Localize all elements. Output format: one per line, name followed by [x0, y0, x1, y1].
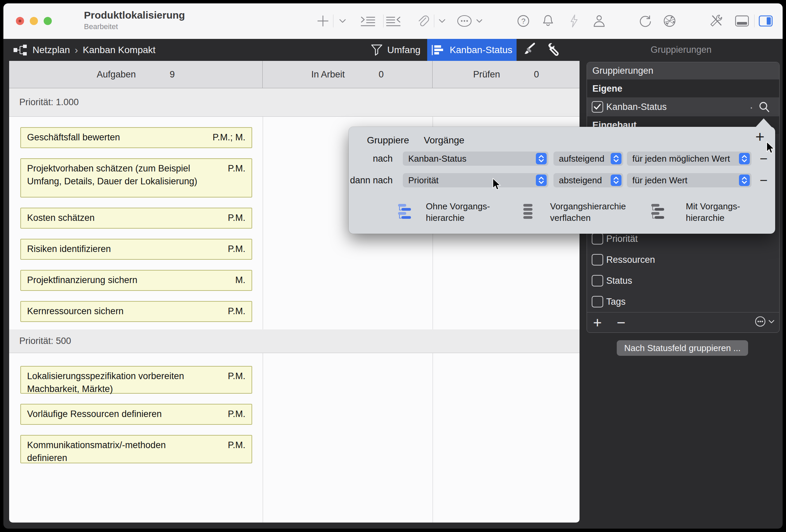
grouping-item-ressourcen[interactable]: Ressourcen: [587, 249, 779, 270]
panel-footer: + −: [587, 312, 779, 333]
column-count: 0: [534, 69, 539, 80]
column-label: Prüfen: [473, 69, 500, 80]
attach-options-button[interactable]: [438, 19, 446, 23]
column-header-aufgaben[interactable]: Aufgaben 9: [9, 61, 263, 88]
task-card[interactable]: Kernressourcen sichernP.M.: [20, 301, 252, 322]
task-resources: P.M.: [228, 242, 245, 256]
popover-title-value[interactable]: Vorgänge: [424, 135, 464, 146]
task-resources: P.M.: [228, 305, 245, 318]
window-status: Bearbeitet: [84, 22, 185, 31]
grouping-item-label: Priorität: [606, 234, 638, 244]
breadcrumb-current[interactable]: Kanban Kompakt: [83, 45, 156, 55]
mode-dropdown-value: für jeden Wert: [632, 175, 687, 185]
remove-grouping-button[interactable]: −: [617, 314, 626, 331]
notifications-button[interactable]: [541, 14, 555, 28]
task-card[interactable]: Geschäftsfall bewertenP.M.; M.: [20, 127, 252, 148]
without-hierarchy-icon[interactable]: [397, 203, 413, 222]
sync-button[interactable]: [638, 14, 652, 28]
mouse-cursor: [492, 178, 501, 192]
more-actions-button[interactable]: [456, 15, 473, 27]
mode-dropdown[interactable]: für jeden Wert: [627, 173, 751, 187]
without-hierarchy-option[interactable]: Ohne Vorgangs- hierarchie: [426, 201, 490, 224]
column-header-in-arbeit[interactable]: In Arbeit 0: [263, 61, 433, 88]
column-header-pruefen[interactable]: Prüfen 0: [433, 61, 580, 88]
attach-button[interactable]: [416, 14, 430, 28]
add-grouping-button[interactable]: +: [593, 314, 602, 331]
activity-button[interactable]: [569, 14, 579, 28]
minimize-button[interactable]: [30, 17, 38, 25]
help-button[interactable]: ?: [517, 14, 530, 28]
kanban-status-view-button[interactable]: Kanban-Status: [427, 39, 517, 61]
task-title: Vorläufige Ressourcen definieren: [27, 408, 162, 421]
direction-dropdown[interactable]: aufsteigend: [553, 152, 623, 166]
checkbox-unchecked[interactable]: [592, 233, 603, 245]
remove-grouping-level-button[interactable]: −: [754, 173, 774, 188]
toggle-bottom-panel-button[interactable]: [735, 15, 749, 27]
group-header-prioritaet-1000[interactable]: Priorität: 1.000: [9, 88, 580, 117]
group-header-prioritaet-500[interactable]: Priorität: 500: [9, 329, 580, 353]
task-card[interactable]: Risiken identifizierenP.M.: [20, 239, 252, 260]
checkbox-unchecked[interactable]: [592, 275, 603, 286]
indent-button[interactable]: [361, 16, 375, 26]
grouping-item-label: Ressourcen: [606, 255, 655, 265]
outdent-button[interactable]: [386, 16, 401, 26]
toolbar-separator: [383, 15, 384, 27]
grouping-item-tags[interactable]: Tags: [587, 291, 779, 312]
toggle-right-panel-button[interactable]: [759, 15, 773, 27]
checkbox-unchecked[interactable]: [592, 254, 603, 265]
help-icon: ?: [517, 14, 530, 28]
indent-icon: [361, 16, 375, 26]
add-button[interactable]: [316, 15, 329, 27]
grouping-item-kanban-status[interactable]: Kanban-Status ·: [587, 97, 779, 116]
settings-button[interactable]: [708, 14, 723, 28]
resources-button[interactable]: [593, 14, 606, 28]
toolbar-separator: [333, 15, 333, 27]
paperclip-icon: [416, 14, 430, 28]
breadcrumb-root[interactable]: Netzplan: [32, 45, 70, 55]
grouping-item-status[interactable]: Status: [587, 270, 779, 291]
group-by-statusfield-button[interactable]: Nach Statusfeld gruppieren ...: [617, 340, 748, 356]
add-options-button[interactable]: [339, 19, 346, 23]
panel-header: Gruppierungen: [587, 62, 779, 80]
scope-button[interactable]: Umfang: [371, 39, 420, 61]
with-hierarchy-option[interactable]: Mit Vorgangs- hierarchie: [686, 201, 740, 224]
direction-dropdown-value: aufsteigend: [559, 154, 604, 164]
bottom-panel-icon: [735, 15, 749, 27]
stepper-icon: [739, 153, 750, 164]
toolbar-separator: [754, 15, 755, 27]
field-dropdown[interactable]: Priorität: [403, 173, 548, 187]
search-icon[interactable]: [758, 101, 770, 116]
window-title: Produktlokalisierung: [84, 9, 185, 21]
task-card[interactable]: Kosten schätzenP.M.: [20, 208, 252, 229]
task-card[interactable]: Projektfinanzierung sichernM.: [20, 270, 252, 291]
checkbox-checked[interactable]: [592, 101, 603, 113]
direction-dropdown[interactable]: absteigend: [553, 173, 623, 187]
task-card[interactable]: Projektvorhaben schätzen (zum Beispiel U…: [20, 158, 252, 198]
more-actions-chevron[interactable]: [476, 19, 483, 23]
flatten-hierarchy-option[interactable]: Vorgangshierarchie verflachen: [550, 201, 626, 224]
field-dropdown[interactable]: Kanban-Status: [403, 152, 548, 166]
grouping-rule-row: dann nach Priorität absteigend für jeden…: [349, 173, 775, 188]
zoom-button[interactable]: [44, 17, 52, 25]
mode-dropdown[interactable]: für jeden möglichen Wert: [627, 152, 751, 166]
style-button[interactable]: [522, 42, 536, 57]
share-button[interactable]: [662, 14, 677, 28]
stepper-icon: [536, 175, 547, 186]
task-resources: P.M.: [228, 162, 245, 194]
task-card[interactable]: Lokalisierungsspezifikation vorbereiten …: [20, 366, 252, 394]
panel-actions-button[interactable]: [754, 316, 775, 330]
close-button[interactable]: [16, 17, 24, 25]
checkbox-unchecked[interactable]: [592, 296, 603, 307]
titlebar: Produktlokalisierung Bearbeitet ?: [3, 3, 783, 39]
task-card[interactable]: Kommunikationsmatrix/-methoden definiere…: [20, 435, 252, 463]
configure-button[interactable]: [547, 42, 561, 57]
flatten-hierarchy-icon[interactable]: [520, 203, 536, 222]
stepper-icon: [611, 175, 621, 186]
breadcrumb[interactable]: Netzplan › Kanban Kompakt: [13, 39, 155, 61]
with-hierarchy-icon[interactable]: [650, 203, 666, 222]
section-label: Eigene: [592, 84, 623, 94]
dot-indicator: ·: [749, 100, 753, 114]
task-card[interactable]: Vorläufige Ressourcen definierenP.M.: [20, 404, 252, 425]
app-window: Produktlokalisierung Bearbeitet ? Netzpl…: [3, 3, 783, 529]
task-title: Kernressourcen sichern: [27, 305, 124, 318]
